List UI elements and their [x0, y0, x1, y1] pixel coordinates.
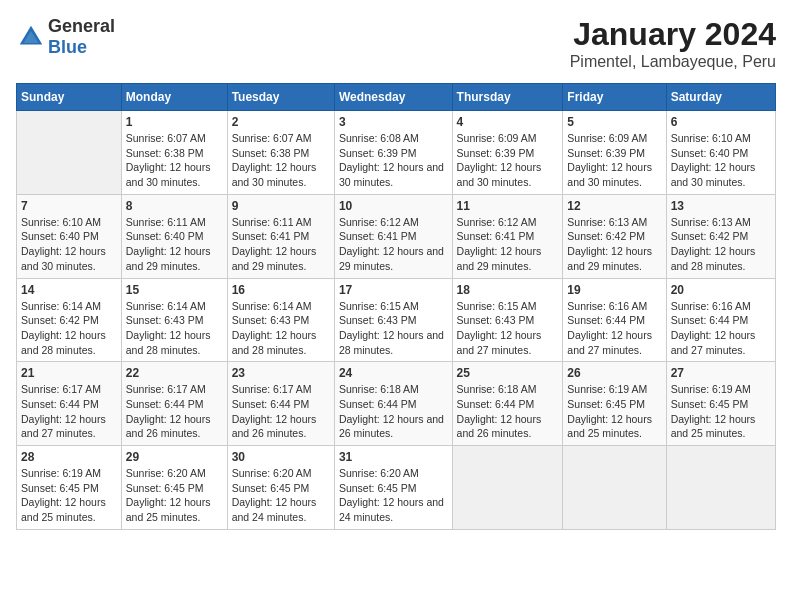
sunset-text: Sunset: 6:44 PM [232, 398, 310, 410]
sunset-text: Sunset: 6:42 PM [21, 314, 99, 326]
daylight-text: Daylight: 12 hours and 30 minutes. [457, 161, 542, 188]
header-cell-monday: Monday [121, 84, 227, 111]
day-info: Sunrise: 6:15 AM Sunset: 6:43 PM Dayligh… [339, 299, 448, 358]
sunrise-text: Sunrise: 6:13 AM [671, 216, 751, 228]
calendar-cell: 27 Sunrise: 6:19 AM Sunset: 6:45 PM Dayl… [666, 362, 775, 446]
calendar-week-row: 7 Sunrise: 6:10 AM Sunset: 6:40 PM Dayli… [17, 194, 776, 278]
sunrise-text: Sunrise: 6:17 AM [232, 383, 312, 395]
daylight-text: Daylight: 12 hours and 29 minutes. [126, 245, 211, 272]
day-number: 31 [339, 450, 448, 464]
sunset-text: Sunset: 6:45 PM [339, 482, 417, 494]
sunset-text: Sunset: 6:45 PM [232, 482, 310, 494]
calendar-cell: 31 Sunrise: 6:20 AM Sunset: 6:45 PM Dayl… [334, 446, 452, 530]
daylight-text: Daylight: 12 hours and 30 minutes. [232, 161, 317, 188]
calendar-week-row: 14 Sunrise: 6:14 AM Sunset: 6:42 PM Dayl… [17, 278, 776, 362]
sunrise-text: Sunrise: 6:11 AM [232, 216, 312, 228]
calendar-cell: 19 Sunrise: 6:16 AM Sunset: 6:44 PM Dayl… [563, 278, 666, 362]
calendar-cell: 3 Sunrise: 6:08 AM Sunset: 6:39 PM Dayli… [334, 111, 452, 195]
calendar-cell: 13 Sunrise: 6:13 AM Sunset: 6:42 PM Dayl… [666, 194, 775, 278]
header-cell-friday: Friday [563, 84, 666, 111]
sunrise-text: Sunrise: 6:10 AM [21, 216, 101, 228]
sunset-text: Sunset: 6:42 PM [671, 230, 749, 242]
sunset-text: Sunset: 6:44 PM [567, 314, 645, 326]
day-info: Sunrise: 6:18 AM Sunset: 6:44 PM Dayligh… [339, 382, 448, 441]
daylight-text: Daylight: 12 hours and 27 minutes. [671, 329, 756, 356]
calendar-cell: 6 Sunrise: 6:10 AM Sunset: 6:40 PM Dayli… [666, 111, 775, 195]
day-number: 18 [457, 283, 559, 297]
calendar-cell [452, 446, 563, 530]
sunrise-text: Sunrise: 6:16 AM [567, 300, 647, 312]
sunset-text: Sunset: 6:42 PM [567, 230, 645, 242]
sunset-text: Sunset: 6:45 PM [126, 482, 204, 494]
day-number: 2 [232, 115, 330, 129]
calendar-cell [563, 446, 666, 530]
logo-general: General [48, 16, 115, 36]
sunset-text: Sunset: 6:44 PM [126, 398, 204, 410]
day-info: Sunrise: 6:09 AM Sunset: 6:39 PM Dayligh… [567, 131, 661, 190]
calendar-body: 1 Sunrise: 6:07 AM Sunset: 6:38 PM Dayli… [17, 111, 776, 530]
sunrise-text: Sunrise: 6:17 AM [21, 383, 101, 395]
day-info: Sunrise: 6:09 AM Sunset: 6:39 PM Dayligh… [457, 131, 559, 190]
day-number: 6 [671, 115, 771, 129]
sunset-text: Sunset: 6:38 PM [126, 147, 204, 159]
day-info: Sunrise: 6:19 AM Sunset: 6:45 PM Dayligh… [671, 382, 771, 441]
sunrise-text: Sunrise: 6:14 AM [232, 300, 312, 312]
daylight-text: Daylight: 12 hours and 24 minutes. [232, 496, 317, 523]
sunrise-text: Sunrise: 6:10 AM [671, 132, 751, 144]
day-info: Sunrise: 6:16 AM Sunset: 6:44 PM Dayligh… [671, 299, 771, 358]
calendar-week-row: 28 Sunrise: 6:19 AM Sunset: 6:45 PM Dayl… [17, 446, 776, 530]
calendar-cell: 14 Sunrise: 6:14 AM Sunset: 6:42 PM Dayl… [17, 278, 122, 362]
sunrise-text: Sunrise: 6:08 AM [339, 132, 419, 144]
day-number: 21 [21, 366, 117, 380]
day-info: Sunrise: 6:08 AM Sunset: 6:39 PM Dayligh… [339, 131, 448, 190]
day-number: 7 [21, 199, 117, 213]
daylight-text: Daylight: 12 hours and 29 minutes. [567, 245, 652, 272]
header-cell-thursday: Thursday [452, 84, 563, 111]
day-info: Sunrise: 6:14 AM Sunset: 6:42 PM Dayligh… [21, 299, 117, 358]
calendar-cell [17, 111, 122, 195]
day-number: 27 [671, 366, 771, 380]
sunrise-text: Sunrise: 6:12 AM [339, 216, 419, 228]
sunrise-text: Sunrise: 6:20 AM [232, 467, 312, 479]
daylight-text: Daylight: 12 hours and 28 minutes. [126, 329, 211, 356]
daylight-text: Daylight: 12 hours and 27 minutes. [567, 329, 652, 356]
sunrise-text: Sunrise: 6:19 AM [567, 383, 647, 395]
calendar-cell: 16 Sunrise: 6:14 AM Sunset: 6:43 PM Dayl… [227, 278, 334, 362]
calendar-cell: 21 Sunrise: 6:17 AM Sunset: 6:44 PM Dayl… [17, 362, 122, 446]
sunset-text: Sunset: 6:39 PM [567, 147, 645, 159]
day-info: Sunrise: 6:13 AM Sunset: 6:42 PM Dayligh… [671, 215, 771, 274]
day-number: 5 [567, 115, 661, 129]
day-info: Sunrise: 6:14 AM Sunset: 6:43 PM Dayligh… [126, 299, 223, 358]
day-info: Sunrise: 6:10 AM Sunset: 6:40 PM Dayligh… [21, 215, 117, 274]
day-info: Sunrise: 6:10 AM Sunset: 6:40 PM Dayligh… [671, 131, 771, 190]
day-number: 28 [21, 450, 117, 464]
day-number: 25 [457, 366, 559, 380]
daylight-text: Daylight: 12 hours and 30 minutes. [339, 161, 444, 188]
sunset-text: Sunset: 6:40 PM [671, 147, 749, 159]
logo: General Blue [16, 16, 115, 58]
calendar-cell [666, 446, 775, 530]
sunrise-text: Sunrise: 6:14 AM [21, 300, 101, 312]
day-info: Sunrise: 6:20 AM Sunset: 6:45 PM Dayligh… [339, 466, 448, 525]
sunset-text: Sunset: 6:43 PM [126, 314, 204, 326]
day-number: 4 [457, 115, 559, 129]
daylight-text: Daylight: 12 hours and 30 minutes. [567, 161, 652, 188]
calendar-cell: 1 Sunrise: 6:07 AM Sunset: 6:38 PM Dayli… [121, 111, 227, 195]
logo-blue: Blue [48, 37, 87, 57]
daylight-text: Daylight: 12 hours and 30 minutes. [671, 161, 756, 188]
daylight-text: Daylight: 12 hours and 25 minutes. [21, 496, 106, 523]
day-number: 16 [232, 283, 330, 297]
header-cell-tuesday: Tuesday [227, 84, 334, 111]
sunrise-text: Sunrise: 6:18 AM [339, 383, 419, 395]
day-info: Sunrise: 6:07 AM Sunset: 6:38 PM Dayligh… [126, 131, 223, 190]
sunrise-text: Sunrise: 6:12 AM [457, 216, 537, 228]
calendar-cell: 10 Sunrise: 6:12 AM Sunset: 6:41 PM Dayl… [334, 194, 452, 278]
sunset-text: Sunset: 6:38 PM [232, 147, 310, 159]
daylight-text: Daylight: 12 hours and 26 minutes. [232, 413, 317, 440]
calendar-cell: 28 Sunrise: 6:19 AM Sunset: 6:45 PM Dayl… [17, 446, 122, 530]
calendar-cell: 22 Sunrise: 6:17 AM Sunset: 6:44 PM Dayl… [121, 362, 227, 446]
daylight-text: Daylight: 12 hours and 26 minutes. [457, 413, 542, 440]
day-info: Sunrise: 6:18 AM Sunset: 6:44 PM Dayligh… [457, 382, 559, 441]
sunrise-text: Sunrise: 6:07 AM [126, 132, 206, 144]
calendar-week-row: 1 Sunrise: 6:07 AM Sunset: 6:38 PM Dayli… [17, 111, 776, 195]
